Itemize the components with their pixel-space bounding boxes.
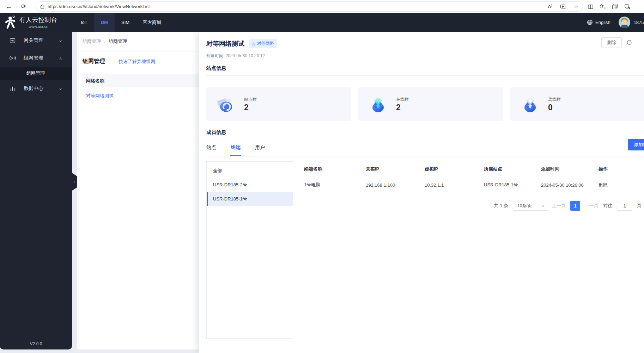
app-header: 有人云控制台 www.usr.cn IoT DM SIM 官方商城 Englis… xyxy=(0,13,644,32)
globe-icon[interactable] xyxy=(587,19,593,25)
brand[interactable]: 有人云控制台 www.usr.cn xyxy=(5,15,57,30)
media-icon[interactable] xyxy=(560,4,566,9)
goto-page-input[interactable] xyxy=(617,201,632,211)
sidebar-collapse-handle[interactable]: ‹ xyxy=(72,173,77,191)
delete-terminal-link[interactable]: 删除 xyxy=(595,182,642,188)
col-added-time: 添加时间 xyxy=(537,166,595,172)
user-phone[interactable]: 18754 xyxy=(634,20,644,25)
url-text[interactable]: https://dm.usr.cn/#/cloud/network/ViewNe… xyxy=(48,4,548,9)
breadcrumb-current: 组网管理 xyxy=(109,38,127,45)
cell-virtual-ip: 10.32.1.1 xyxy=(421,182,480,188)
address-bar[interactable]: https://dm.usr.cn/#/cloud/network/ViewNe… xyxy=(36,1,583,12)
terminal-table-header: 终端名称 真实IP 虚拟IP 所属站点 添加时间 操作 xyxy=(300,161,642,177)
stat-value: 2 xyxy=(244,104,257,112)
device-item-dr185-2[interactable]: USR-DR185-2号 xyxy=(207,178,293,192)
online-count-icon xyxy=(369,95,388,114)
cell-terminal-name: 1号电脑 xyxy=(300,182,362,188)
browser-refresh-icon[interactable]: ⟳ xyxy=(18,0,29,13)
stat-value: 0 xyxy=(548,104,561,112)
lock-icon xyxy=(40,4,44,9)
divider xyxy=(206,75,644,76)
col-site: 所属站点 xyxy=(480,166,537,172)
offline-count-icon xyxy=(521,95,540,114)
read-aloud-icon[interactable]: A) xyxy=(548,4,552,9)
col-real-ip: 真实IP xyxy=(362,166,421,172)
top-nav: IoT DM SIM 官方商城 xyxy=(74,13,168,32)
sidebar-item-label: 组网管理 xyxy=(24,55,43,61)
new-tab-copy-icon[interactable] xyxy=(612,4,618,10)
usr-logo-icon xyxy=(5,15,17,30)
sidebar-subitem-networking[interactable]: 组网管理 xyxy=(0,67,72,80)
page-size-value: 10条/页 xyxy=(517,203,532,209)
sidebar-item-gateway[interactable]: 网关管理 ∨ xyxy=(0,32,72,49)
sidebar-item-label: 数据中心 xyxy=(24,85,43,92)
goto-label: 前往 xyxy=(603,203,612,209)
network-row-link[interactable]: 对等网络测试 xyxy=(86,93,114,99)
device-item-dr185-1[interactable]: USR-DR185-1号 xyxy=(207,192,293,206)
network-type-badge: △ 对等网络 xyxy=(249,39,277,48)
collections-icon[interactable] xyxy=(600,4,606,10)
avatar[interactable] xyxy=(619,17,630,28)
device-item-label: USR-DR185-1号 xyxy=(213,196,247,202)
breadcrumb-parent[interactable]: 组网管理 xyxy=(83,38,101,45)
terminal-table: 终端名称 真实IP 虚拟IP 所属站点 添加时间 操作 1号电脑 192.168… xyxy=(300,161,642,339)
app-title: 有人云控制台 xyxy=(19,16,57,24)
language-switch[interactable]: English xyxy=(595,20,610,25)
chevron-down-icon: ∨ xyxy=(541,204,545,208)
triangle-icon: △ xyxy=(252,41,255,46)
sidebar-item-networking[interactable]: 组网管理 ∧ xyxy=(0,49,72,67)
stat-card-offline: 离线数 0 xyxy=(510,87,644,121)
cell-added-time: 2024-05-30 10:26:06 xyxy=(537,182,595,188)
current-page-button[interactable]: 1 xyxy=(570,201,580,211)
device-item-all[interactable]: 全部 xyxy=(207,164,293,178)
stat-label: 离线数 xyxy=(548,97,561,103)
member-tabs: 站点 终端 用户 添加终端 xyxy=(206,143,644,156)
browser-back-icon[interactable]: ← xyxy=(4,0,14,13)
goto-unit-label: 页 xyxy=(637,203,642,209)
sidebar: 网关管理 ∨ 组网管理 ∧ 组网管理 数据中心 ∨ V2.0.0 xyxy=(0,32,72,349)
favorite-star-icon[interactable]: ☆ xyxy=(574,4,578,10)
site-count-icon xyxy=(217,95,236,114)
sidebar-subitem-label: 组网管理 xyxy=(26,70,45,76)
detail-title: 对等网络测试 xyxy=(206,39,244,48)
stat-card-sites: 站点数 2 xyxy=(206,87,351,121)
terminal-table-row: 1号电脑 192.168.1.100 10.32.1.1 USR-DR185-1… xyxy=(300,177,642,193)
sidebar-item-label: 网关管理 xyxy=(24,37,43,44)
site-stats: 站点数 2 xyxy=(206,87,644,121)
split-screen-icon[interactable] xyxy=(588,4,594,10)
app-subtitle: www.usr.cn xyxy=(29,24,48,29)
device-item-label: 全部 xyxy=(213,168,222,174)
stat-value: 2 xyxy=(396,104,409,112)
badge-label: 对等网络 xyxy=(257,41,274,47)
breadcrumb-separator-icon: › xyxy=(104,39,105,44)
sidebar-item-data-center[interactable]: 数据中心 ∨ xyxy=(0,80,72,97)
network-icon xyxy=(10,55,16,61)
top-nav-sim[interactable]: SIM xyxy=(115,13,136,32)
refresh-icon[interactable] xyxy=(626,39,632,45)
top-nav-mall[interactable]: 官方商城 xyxy=(136,13,168,32)
help-link[interactable]: 快速了解异地组网 xyxy=(119,58,155,65)
pagination-total: 共 1 条 xyxy=(494,203,508,209)
chevron-down-icon: ∨ xyxy=(59,39,62,43)
device-item-label: USR-DR185-2号 xyxy=(213,182,247,188)
tab-terminals[interactable]: 终端 xyxy=(231,143,241,156)
data-center-icon xyxy=(10,86,16,92)
page-size-select[interactable]: 10条/页 ∨ xyxy=(513,201,547,211)
col-terminal-name: 终端名称 xyxy=(300,166,362,172)
cell-site: USR-DR185-1号 xyxy=(480,182,537,188)
tab-users[interactable]: 用户 xyxy=(255,143,265,156)
tab-sites[interactable]: 站点 xyxy=(206,143,216,156)
pagination: 共 1 条 10条/页 ∨ 上一页 1 下一页 前往 页 xyxy=(300,201,642,211)
next-page-button[interactable]: 下一页 xyxy=(585,203,599,209)
col-virtual-ip: 虚拟IP xyxy=(421,166,480,172)
add-terminal-button[interactable]: 添加终端 xyxy=(628,139,644,150)
gateway-icon xyxy=(10,38,16,44)
top-nav-dm[interactable]: DM xyxy=(94,13,115,32)
browser-essentials-icon[interactable] xyxy=(624,4,630,10)
prev-page-button[interactable]: 上一页 xyxy=(552,203,566,209)
browser-toolbar: ← ⟳ https://dm.usr.cn/#/cloud/network/Vi… xyxy=(0,0,644,13)
list-panel-title: 组网管理 xyxy=(83,58,105,65)
col-actions: 操作 xyxy=(595,166,642,172)
top-nav-iot[interactable]: IoT xyxy=(74,13,94,32)
delete-network-button[interactable]: 删除 xyxy=(601,37,622,48)
